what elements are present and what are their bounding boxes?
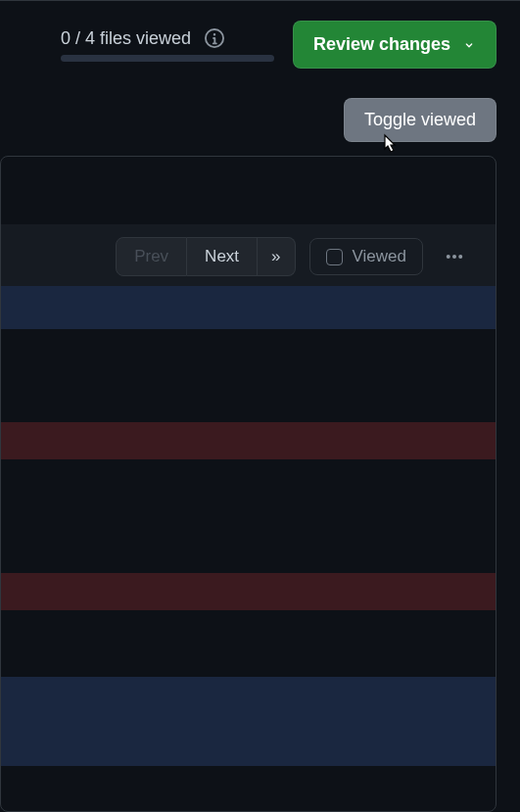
files-viewed-row: 0 / 4 files viewed <box>61 28 224 49</box>
info-icon[interactable] <box>205 28 224 48</box>
diff-panel: Prev Next » Viewed <box>0 156 496 812</box>
viewed-toggle-button[interactable]: Viewed <box>309 238 423 275</box>
tooltip-text: Toggle viewed <box>364 110 476 129</box>
nav-button-group: Prev Next » <box>116 237 295 276</box>
viewed-checkbox-icon <box>326 249 343 265</box>
diff-line-normal <box>1 610 496 677</box>
diff-lines-container <box>1 286 496 811</box>
diff-line-hunk <box>1 286 496 329</box>
pointer-cursor-icon <box>378 133 398 157</box>
diff-toolbar: Prev Next » Viewed <box>1 224 496 289</box>
diff-line-deletion <box>1 422 496 459</box>
progress-bar <box>61 55 274 62</box>
diff-line-normal <box>1 459 496 573</box>
expand-button[interactable]: » <box>258 237 295 276</box>
review-changes-label: Review changes <box>313 34 450 55</box>
svg-point-2 <box>458 255 462 259</box>
files-viewed-group: 0 / 4 files viewed <box>61 28 274 62</box>
caret-down-icon <box>462 38 476 52</box>
diff-line-normal <box>1 329 496 422</box>
files-viewed-text: 0 / 4 files viewed <box>61 28 191 49</box>
prev-button[interactable]: Prev <box>116 237 187 276</box>
more-options-button[interactable] <box>435 239 474 274</box>
diff-line-hunk <box>1 677 496 766</box>
header-row: 0 / 4 files viewed Review changes <box>0 1 520 80</box>
svg-point-0 <box>447 255 450 259</box>
diff-line-deletion <box>1 573 496 610</box>
next-button[interactable]: Next <box>187 237 258 276</box>
kebab-icon <box>445 247 464 266</box>
toggle-viewed-tooltip: Toggle viewed <box>344 98 496 142</box>
viewed-label: Viewed <box>353 247 406 266</box>
review-changes-button[interactable]: Review changes <box>293 21 496 69</box>
svg-point-1 <box>452 255 456 259</box>
